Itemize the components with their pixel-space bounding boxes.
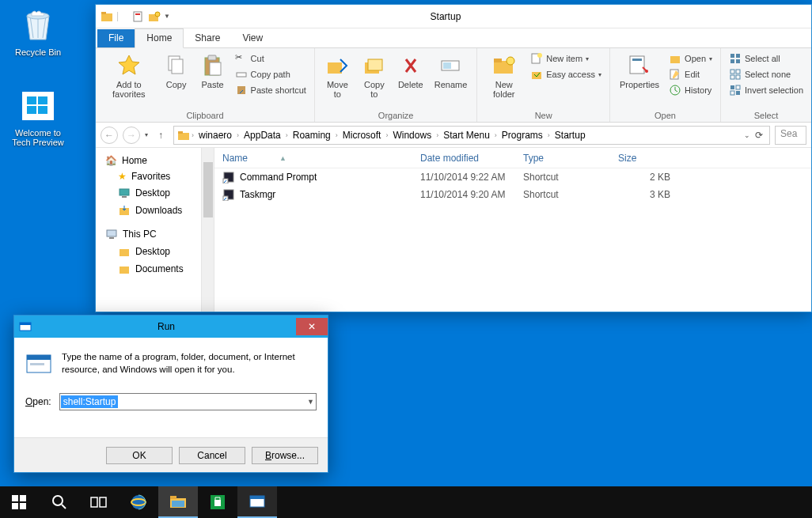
windows-logo-icon bbox=[19, 87, 57, 125]
table-row[interactable]: Taskmgr11/10/2014 9:20 AMShortcut3 KB bbox=[214, 186, 811, 203]
copy-button[interactable]: Copy bbox=[161, 51, 192, 91]
invert-selection-button[interactable]: Invert selection bbox=[727, 83, 805, 97]
breadcrumb-dropdown-icon[interactable]: ⌄ bbox=[744, 131, 750, 139]
divider-icon: | bbox=[116, 10, 129, 23]
move-icon bbox=[324, 53, 350, 78]
sidebar-this-pc[interactable]: This PC bbox=[99, 225, 211, 243]
rename-button[interactable]: Rename bbox=[431, 51, 471, 91]
select-none-button[interactable]: Select none bbox=[727, 67, 805, 81]
cancel-button[interactable]: Cancel bbox=[179, 447, 245, 464]
taskbar-explorer[interactable] bbox=[158, 486, 198, 518]
tab-file[interactable]: File bbox=[97, 29, 135, 47]
properties-button[interactable]: Properties bbox=[617, 51, 662, 91]
paste-shortcut-button[interactable]: Paste shortcut bbox=[233, 83, 308, 97]
window-title: Startup bbox=[175, 11, 716, 22]
svg-rect-53 bbox=[107, 230, 116, 236]
path-icon bbox=[235, 68, 248, 81]
explorer-titlebar[interactable]: | ▼ Startup bbox=[96, 5, 811, 28]
svg-rect-65 bbox=[30, 363, 44, 365]
svg-rect-44 bbox=[730, 85, 734, 89]
taskbar-run[interactable] bbox=[237, 486, 277, 518]
open-label: Open: bbox=[25, 396, 51, 407]
tab-home[interactable]: Home bbox=[135, 28, 184, 48]
cut-button[interactable]: ✂Cut bbox=[233, 51, 308, 66]
move-to-button[interactable]: Move to bbox=[321, 51, 354, 100]
sidebar-pc-documents[interactable]: Documents bbox=[99, 260, 211, 278]
easy-access-icon bbox=[530, 68, 543, 81]
chevron-down-icon[interactable]: ▼ bbox=[307, 398, 314, 406]
breadcrumb-seg[interactable]: Programs bbox=[499, 130, 546, 141]
edit-button[interactable]: Edit bbox=[667, 67, 714, 81]
nav-recent-dropdown[interactable]: ▾ bbox=[145, 131, 148, 138]
open-button[interactable]: Open▾ bbox=[667, 51, 714, 66]
browse-button[interactable]: Browse... bbox=[252, 447, 318, 464]
taskbar-ie[interactable] bbox=[119, 486, 158, 518]
start-button[interactable] bbox=[0, 486, 40, 518]
easy-access-button[interactable]: Easy access▾ bbox=[529, 67, 603, 81]
sidebar-scrollbar[interactable] bbox=[201, 148, 214, 312]
svg-rect-76 bbox=[170, 496, 176, 499]
svg-rect-4 bbox=[27, 106, 36, 114]
add-to-favorites-button[interactable]: Add to favorites bbox=[102, 51, 156, 100]
svg-rect-49 bbox=[178, 131, 183, 134]
ok-button[interactable]: OK bbox=[106, 447, 173, 464]
new-folder-button[interactable]: New folder bbox=[484, 51, 524, 100]
svg-rect-18 bbox=[237, 86, 245, 94]
nav-back-button[interactable]: ← bbox=[101, 127, 118, 144]
svg-rect-15 bbox=[208, 55, 216, 60]
breadcrumb-seg[interactable]: AppData bbox=[241, 130, 284, 141]
select-all-button[interactable]: Select all bbox=[727, 51, 805, 66]
svg-rect-23 bbox=[443, 62, 451, 69]
quick-access-toolbar: | ▼ bbox=[96, 10, 175, 23]
history-button[interactable]: History bbox=[667, 83, 714, 97]
breadcrumb-seg[interactable]: winaero bbox=[195, 130, 235, 141]
copy-path-button[interactable]: Copy path bbox=[233, 67, 308, 81]
sidebar-downloads[interactable]: Downloads bbox=[99, 202, 211, 219]
breadcrumb-seg[interactable]: Start Menu bbox=[440, 130, 493, 141]
properties-icon[interactable] bbox=[132, 10, 145, 23]
paste-button[interactable]: Paste bbox=[197, 51, 229, 91]
run-open-combobox[interactable]: shell:Startup ▼ bbox=[59, 393, 317, 410]
breadcrumb[interactable]: › winaero› AppData› Roaming› Microsoft› … bbox=[173, 126, 770, 145]
delete-button[interactable]: Delete bbox=[395, 51, 427, 91]
table-row[interactable]: Command Prompt11/10/2014 9:22 AMShortcut… bbox=[214, 168, 811, 186]
svg-point-28 bbox=[537, 53, 542, 58]
ribbon-group-clipboard: Add to favorites Copy Paste ✂Cut Copy pa… bbox=[96, 48, 315, 122]
svg-rect-32 bbox=[632, 59, 642, 61]
nav-forward-button[interactable]: → bbox=[123, 127, 140, 144]
breadcrumb-seg[interactable]: Microsoft bbox=[340, 130, 385, 141]
scissors-icon: ✂ bbox=[235, 52, 248, 65]
breadcrumb-seg[interactable]: Startup bbox=[552, 130, 589, 141]
sidebar-favorites[interactable]: ★Favorites bbox=[99, 168, 211, 184]
refresh-icon[interactable]: ⟳ bbox=[755, 130, 763, 141]
column-headers[interactable]: Name▲ Date modified Type Size bbox=[214, 148, 811, 168]
copy-to-button[interactable]: Copy to bbox=[359, 51, 390, 100]
sidebar-home[interactable]: 🏠Home bbox=[99, 153, 211, 168]
taskbar-store[interactable] bbox=[198, 486, 237, 518]
invert-icon bbox=[729, 84, 742, 96]
history-icon bbox=[669, 84, 681, 96]
sidebar-desktop[interactable]: Desktop bbox=[99, 184, 211, 202]
qat-dropdown-icon[interactable]: ▼ bbox=[164, 13, 170, 20]
new-item-button[interactable]: New item▾ bbox=[529, 51, 603, 66]
taskbar-taskview[interactable] bbox=[79, 486, 119, 518]
desktop-icon-tech-preview[interactable]: Welcome to Tech Preview bbox=[6, 87, 70, 147]
tech-preview-label: Welcome to Tech Preview bbox=[6, 128, 70, 147]
search-input[interactable]: Sea bbox=[775, 126, 806, 145]
ribbon-group-new: New folder New item▾ Easy access▾ New bbox=[477, 48, 610, 122]
tab-view[interactable]: View bbox=[231, 29, 274, 47]
nav-up-button[interactable]: ↑ bbox=[153, 127, 169, 143]
tab-share[interactable]: Share bbox=[184, 29, 231, 47]
breadcrumb-seg[interactable]: Windows bbox=[389, 130, 434, 141]
run-titlebar[interactable]: Run ✕ bbox=[14, 316, 328, 338]
ribbon-tabs: File Home Share View bbox=[96, 28, 811, 48]
close-button[interactable]: ✕ bbox=[296, 318, 328, 335]
breadcrumb-seg[interactable]: Roaming bbox=[290, 130, 334, 141]
sort-asc-icon: ▲ bbox=[279, 154, 286, 162]
new-folder-qat-icon[interactable] bbox=[148, 10, 161, 23]
paste-icon bbox=[200, 53, 226, 78]
sidebar-pc-desktop[interactable]: Desktop bbox=[99, 243, 211, 260]
desktop-icon-recycle-bin[interactable]: Recycle Bin bbox=[6, 6, 70, 57]
taskbar-search[interactable] bbox=[40, 486, 79, 518]
svg-rect-47 bbox=[736, 91, 740, 95]
